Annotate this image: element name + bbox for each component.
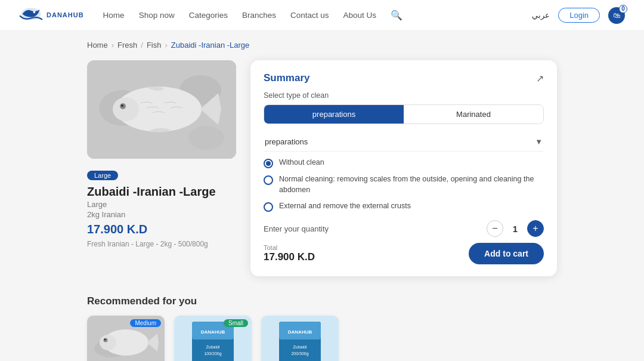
breadcrumb-sep2: / — [141, 41, 143, 50]
tab-preparations[interactable]: preparations — [264, 105, 404, 124]
radio-circle-3 — [264, 202, 273, 212]
breadcrumb-sep3: › — [165, 41, 167, 50]
radio-label-1: Without clean — [279, 158, 324, 168]
rec-card-3[interactable]: DANAHUB Zubaidi 200/300g Zubaidi 200/300… — [261, 316, 339, 361]
search-icon[interactable]: 🔍 — [391, 10, 402, 21]
recommended-grid: Medium Zubaidi -Iranian -... Medium DANA… — [87, 316, 557, 361]
total-section: Total 17.900 K.D — [264, 244, 315, 263]
breadcrumb-current: Zubaidi -Iranian -Large — [171, 41, 250, 50]
product-layout: Large Zubaidi -Iranian -Large Large 2kg … — [87, 60, 557, 276]
clean-tabs: preparations Marinated — [264, 104, 544, 124]
radio-normal-clean[interactable]: Normal cleaning: removing scales from th… — [264, 174, 544, 195]
summary-title: Summary — [264, 72, 309, 84]
product-subtitle: Large — [87, 200, 236, 209]
nav-about[interactable]: About Us — [343, 11, 377, 20]
radio-label-3: External and remove the external crusts — [279, 201, 411, 212]
summary-header: Summary ↗︎ — [264, 72, 544, 84]
total-price: 17.900 K.D — [264, 251, 315, 263]
svg-text:DANAHUB: DANAHUB — [288, 329, 312, 335]
product-meta: 2kg Iranian — [87, 210, 236, 219]
decrease-qty-button[interactable]: − — [487, 220, 503, 237]
svg-point-15 — [104, 339, 106, 341]
total-row: Total 17.900 K.D Add to cart — [264, 243, 544, 264]
cart-badge: 0 — [619, 5, 627, 13]
quantity-row: Enter your quantity − 1 + — [264, 220, 544, 237]
svg-point-13 — [100, 335, 116, 350]
logo-text: DANAHUB — [47, 11, 84, 18]
breadcrumb-fish[interactable]: Fish — [147, 41, 162, 50]
breadcrumb-home[interactable]: Home — [87, 41, 108, 50]
nav-categories[interactable]: Categories — [189, 11, 228, 20]
add-to-cart-button[interactable]: Add to cart — [469, 243, 544, 264]
nav-home[interactable]: Home — [103, 11, 125, 20]
breadcrumb: Home › Fresh / Fish › Zubaidi -Iranian -… — [87, 41, 557, 50]
nav-branches[interactable]: Branches — [242, 11, 276, 20]
clean-type-label: Select type of clean — [264, 91, 544, 100]
total-label: Total — [264, 244, 315, 251]
rec-card-2[interactable]: DANAHUB Zubaidi 100/200g Small Zubaidi 1… — [174, 316, 252, 361]
svg-text:Zubaidi: Zubaidi — [206, 345, 220, 349]
rec-badge-1: Medium — [130, 319, 161, 327]
nav-contact[interactable]: Contact us — [290, 11, 329, 20]
quantity-label: Enter your quantity — [264, 224, 329, 233]
svg-point-1 — [33, 11, 36, 13]
product-image — [87, 60, 236, 159]
fish-image — [87, 60, 236, 159]
product-price: 17.900 K.D — [87, 223, 236, 236]
svg-text:200/300g: 200/300g — [291, 351, 308, 356]
rec-img-2: DANAHUB Zubaidi 100/200g Small — [174, 316, 252, 361]
radio-without-clean[interactable]: Without clean — [264, 158, 544, 168]
rec-card-1[interactable]: Medium Zubaidi -Iranian -... Medium — [87, 316, 165, 361]
svg-point-9 — [121, 104, 123, 107]
svg-text:DANAHUB: DANAHUB — [201, 329, 225, 335]
logo[interactable]: DANAHUB — [19, 5, 84, 26]
summary-card: Summary ↗︎ Select type of clean preparat… — [250, 60, 557, 276]
login-button[interactable]: Login — [558, 8, 600, 23]
header-right: عربي Login 🛍 0 — [532, 7, 625, 24]
rec-badge-2: Small — [224, 319, 248, 327]
radio-label-2: Normal cleaning: removing scales from th… — [279, 174, 544, 195]
radio-circle-2 — [264, 175, 273, 185]
breadcrumb-fresh[interactable]: Fresh — [117, 41, 137, 50]
prep-label: preparations — [265, 137, 308, 146]
breadcrumb-sep1: › — [112, 41, 114, 50]
header: DANAHUB Home Shop now Categories Branche… — [0, 0, 644, 31]
tab-marinated[interactable]: Marinated — [404, 105, 543, 124]
svg-text:100/200g: 100/200g — [204, 351, 221, 356]
cart-icon: 🛍 — [613, 11, 620, 20]
main-nav: Home Shop now Categories Branches Contac… — [103, 10, 532, 21]
product-image-section: Large Zubaidi -Iranian -Large Large 2kg … — [87, 60, 236, 248]
product-title: Zubaidi -Iranian -Large — [87, 185, 236, 199]
radio-external-clean[interactable]: External and remove the external crusts — [264, 201, 544, 212]
cart-button[interactable]: 🛍 0 — [608, 7, 625, 24]
language-toggle[interactable]: عربي — [532, 11, 550, 20]
radio-circle-1 — [264, 159, 273, 168]
preparations-dropdown[interactable]: preparations ▼ — [264, 132, 544, 152]
main-content: Home › Fresh / Fish › Zubaidi -Iranian -… — [78, 31, 566, 361]
chevron-down-icon: ▼ — [535, 137, 543, 146]
quantity-value: 1 — [509, 224, 521, 234]
increase-qty-button[interactable]: + — [527, 220, 544, 237]
share-icon[interactable]: ↗︎ — [536, 73, 544, 84]
product-badge: Large — [87, 171, 118, 180]
recommended-section: Recommended for you Medium — [87, 295, 557, 361]
nav-shop[interactable]: Shop now — [139, 11, 175, 20]
svg-text:Zubaidi: Zubaidi — [293, 345, 307, 349]
svg-point-7 — [113, 97, 139, 121]
quantity-controls: − 1 + — [487, 220, 544, 237]
svg-point-5 — [188, 126, 224, 150]
rec-img-1: Medium — [87, 316, 165, 361]
recommended-title: Recommended for you — [87, 295, 557, 307]
product-desc: Fresh Iranian - Large - 2kg - 500/800g — [87, 240, 236, 248]
rec-img-3: DANAHUB Zubaidi 200/300g — [261, 316, 339, 361]
